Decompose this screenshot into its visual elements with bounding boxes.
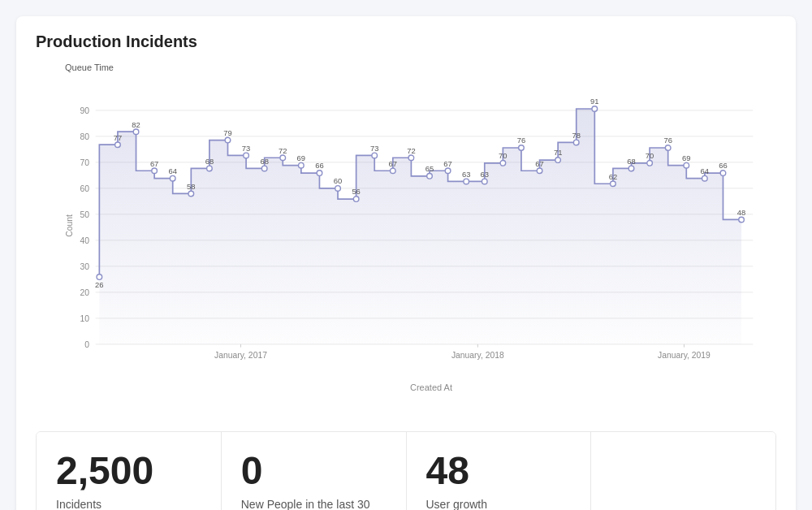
label-73-1: 73 [242, 144, 250, 153]
stat-card-incidents: 2,500 Incidents [37, 432, 222, 510]
dot-21 [482, 179, 487, 184]
dot-0 [97, 274, 102, 280]
dot-22 [500, 161, 506, 166]
label-66: 66 [315, 161, 323, 170]
dot-34 [720, 171, 726, 176]
incidents-label: Incidents [56, 498, 201, 510]
dot-2 [133, 129, 139, 135]
dot-18 [427, 174, 433, 179]
dot-17 [408, 155, 414, 161]
label-66-2: 66 [719, 161, 727, 170]
chart-area: 0 10 20 30 40 50 60 [36, 76, 776, 417]
label-56: 56 [352, 187, 360, 196]
new-people-number: 0 [241, 450, 387, 493]
svg-text:20: 20 [80, 288, 90, 297]
label-63-1: 63 [462, 170, 470, 179]
dot-14 [353, 197, 359, 202]
dot-20 [464, 179, 469, 184]
svg-text:90: 90 [80, 106, 90, 115]
user-growth-label: User growth [426, 498, 572, 510]
x-axis-label: Created At [65, 382, 768, 392]
label-70-2: 70 [646, 151, 654, 160]
dot-13 [335, 186, 341, 192]
dot-1 [115, 142, 121, 148]
stat-card-new-people: 0 New People in the last 30 days [222, 432, 407, 510]
label-72-1: 72 [279, 146, 287, 155]
label-70-1: 70 [499, 151, 507, 160]
label-48: 48 [737, 208, 745, 217]
dot-23 [519, 145, 525, 151]
svg-text:80: 80 [80, 132, 90, 141]
chart-fill [99, 109, 741, 344]
dot-10 [280, 155, 286, 161]
dot-8 [244, 153, 249, 158]
dot-4 [170, 175, 175, 181]
y-axis-label: Count [65, 214, 74, 237]
label-69-1: 69 [297, 153, 305, 162]
label-62: 62 [609, 172, 617, 181]
svg-text:60: 60 [80, 184, 90, 193]
x-tick-2017: January, 2017 [214, 351, 267, 360]
label-58: 58 [187, 182, 195, 191]
chart-svg: 0 10 20 30 40 50 60 [65, 76, 768, 376]
label-82: 82 [132, 120, 140, 129]
dot-32 [684, 162, 689, 168]
dot-31 [665, 145, 671, 151]
svg-text:10: 10 [80, 314, 90, 323]
label-91: 91 [590, 97, 598, 106]
label-79: 79 [223, 128, 231, 137]
label-76-1: 76 [517, 136, 525, 145]
dot-6 [207, 166, 213, 171]
label-68-2: 68 [260, 157, 268, 166]
label-63-2: 63 [481, 170, 489, 179]
label-67-4: 67 [535, 159, 543, 168]
dot-27 [592, 106, 598, 112]
dot-11 [299, 162, 304, 168]
label-77: 77 [114, 133, 122, 142]
svg-text:70: 70 [80, 158, 90, 167]
queue-label: Queue Time [36, 63, 776, 72]
dot-19 [445, 168, 451, 174]
label-73-2: 73 [370, 144, 378, 153]
dot-3 [152, 168, 158, 174]
stats-row: 2,500 Incidents 0 New People in the last… [36, 431, 776, 510]
dot-35 [739, 217, 745, 223]
page-title: Production Incidents [36, 32, 776, 51]
dot-33 [702, 175, 708, 181]
label-68-3: 68 [627, 157, 635, 166]
label-78: 78 [572, 131, 580, 140]
label-71: 71 [554, 148, 562, 157]
dot-30 [647, 161, 653, 166]
svg-text:0: 0 [84, 340, 89, 349]
stat-card-fourth [591, 432, 775, 510]
dot-12 [317, 171, 322, 176]
label-72-2: 72 [407, 146, 415, 155]
dot-28 [611, 181, 616, 187]
x-tick-2019: January, 2019 [658, 351, 710, 360]
label-67-2: 67 [389, 159, 397, 168]
label-76-2: 76 [663, 136, 672, 145]
dot-9 [261, 166, 267, 171]
dot-24 [537, 168, 542, 174]
dot-26 [573, 140, 579, 145]
dot-16 [391, 168, 396, 174]
label-65: 65 [425, 164, 434, 173]
dot-29 [628, 166, 634, 171]
chart-inner: 0 10 20 30 40 50 60 [65, 76, 768, 392]
svg-text:50: 50 [80, 210, 90, 219]
x-tick-2018: January, 2018 [451, 351, 504, 360]
stat-card-user-growth: 48 User growth ↓ 27% • was 66 last month [407, 432, 592, 510]
label-68-1: 68 [205, 157, 214, 166]
new-people-label: New People in the last 30 days [241, 498, 387, 510]
label-26: 26 [95, 280, 103, 289]
dashboard-panel: Production Incidents Queue Time 0 10 2 [16, 16, 796, 510]
dot-15 [372, 153, 378, 158]
chart-svg-wrap: 0 10 20 30 40 50 60 [65, 76, 768, 379]
label-67-1: 67 [150, 159, 158, 168]
label-60: 60 [334, 176, 342, 185]
label-67-3: 67 [443, 159, 451, 168]
dot-7 [225, 137, 231, 143]
label-64-2: 64 [701, 166, 709, 175]
label-64: 64 [168, 166, 176, 175]
svg-text:40: 40 [80, 236, 90, 245]
